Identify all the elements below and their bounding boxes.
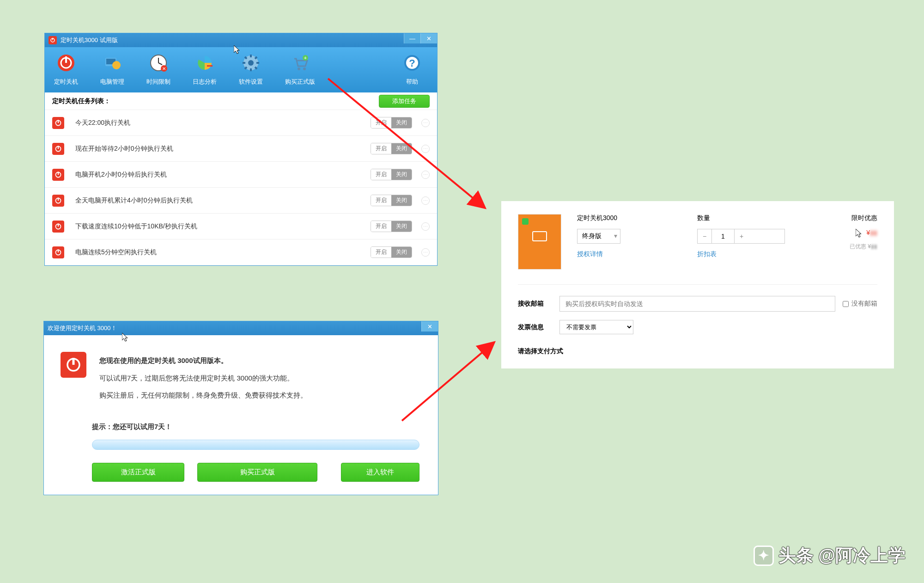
- power-icon: [52, 143, 64, 155]
- task-description: 下载速度连续10分钟低于10KB/秒执行关机: [75, 222, 371, 231]
- toggle-off-button[interactable]: 关闭: [391, 247, 412, 258]
- toolbar-shutdown[interactable]: 定时关机: [54, 52, 78, 92]
- dialog-line-3: 购买注册后，无任何功能限制，终身免费升级、免费获得技术支持。: [99, 387, 307, 404]
- toggle-off-button[interactable]: 关闭: [391, 143, 412, 154]
- clock-icon: ✕: [147, 52, 170, 74]
- limited-offer-label: 限时优惠: [850, 214, 877, 222]
- task-row: 电脑连续5分钟空闲执行关机 开启 关闭 ⋯: [45, 239, 437, 265]
- task-row: 现在开始等待2小时0分钟执行关机 开启 关闭 ⋯: [45, 136, 437, 162]
- auth-details-link[interactable]: 授权详情: [577, 250, 697, 258]
- toggle-on-button[interactable]: 开启: [371, 169, 391, 180]
- toggle-off-button[interactable]: 关闭: [391, 195, 412, 206]
- more-icon[interactable]: ⋯: [421, 119, 430, 127]
- saved-amount: 已优惠 ¥▮▮: [850, 243, 877, 251]
- add-task-button[interactable]: 添加任务: [379, 95, 430, 108]
- task-row: 电脑开机2小时0分钟后执行关机 开启 关闭 ⋯: [45, 162, 437, 188]
- watermark: ✦ 头条 @阿冷上学: [754, 544, 906, 567]
- minimize-button[interactable]: —: [404, 33, 420, 43]
- help-icon: ?: [401, 52, 423, 74]
- task-toggle[interactable]: 开启 关闭: [371, 143, 412, 154]
- power-icon: [52, 221, 64, 233]
- task-description: 电脑连续5分钟空闲执行关机: [75, 248, 371, 257]
- window-title: 定时关机3000 试用版: [61, 36, 118, 44]
- power-icon: [55, 52, 77, 74]
- checkbox-icon[interactable]: [843, 301, 849, 307]
- toolbar-label: 时间限制: [146, 78, 170, 86]
- toggle-on-button[interactable]: 开启: [371, 247, 391, 258]
- toggle-off-button[interactable]: 关闭: [391, 169, 412, 180]
- task-list: 今天22:00执行关机 开启 关闭 ⋯ 现在开始等待2小时0分钟执行关机 开启 …: [45, 110, 437, 265]
- toggle-on-button[interactable]: 开启: [371, 221, 391, 232]
- task-row: 今天22:00执行关机 开启 关闭 ⋯: [45, 110, 437, 136]
- activate-button[interactable]: 激活正式版: [92, 463, 184, 482]
- toolbar-settings[interactable]: 软件设置: [239, 52, 263, 92]
- email-input[interactable]: [559, 296, 835, 312]
- watermark-prefix: 头条: [778, 544, 814, 567]
- no-email-checkbox[interactable]: 没有邮箱: [843, 300, 877, 308]
- watermark-author: @阿冷上学: [818, 544, 906, 567]
- more-icon[interactable]: ⋯: [421, 248, 430, 257]
- toolbar-log[interactable]: 日志分析: [193, 52, 217, 92]
- close-button[interactable]: ✕: [420, 33, 437, 43]
- toolbar-label: 日志分析: [193, 78, 217, 86]
- watermark-logo-icon: ✦: [754, 546, 774, 566]
- task-description: 现在开始等待2小时0分钟执行关机: [75, 145, 371, 153]
- toggle-on-button[interactable]: 开启: [371, 117, 391, 128]
- qty-decrease-button[interactable]: −: [698, 229, 711, 243]
- svg-text:?: ?: [409, 57, 415, 69]
- toggle-on-button[interactable]: 开启: [371, 143, 391, 154]
- enter-software-button[interactable]: 进入软件: [341, 463, 419, 482]
- task-toggle[interactable]: 开启 关闭: [371, 221, 412, 232]
- svg-text:+: +: [304, 55, 307, 61]
- more-icon[interactable]: ⋯: [421, 196, 430, 205]
- toggle-off-button[interactable]: 关闭: [391, 221, 412, 232]
- product-image: [518, 214, 561, 270]
- dialog-titlebar[interactable]: 欢迎使用定时关机 3000！ ✕: [44, 321, 438, 335]
- quantity-label: 数量: [697, 214, 785, 222]
- svg-point-25: [298, 68, 300, 70]
- toolbar-label: 帮助: [406, 78, 418, 86]
- power-icon: [52, 117, 64, 129]
- svg-text:✕: ✕: [162, 66, 166, 71]
- more-icon[interactable]: ⋯: [421, 171, 430, 179]
- version-select[interactable]: 终身版: [577, 229, 620, 244]
- dialog-line-2: 可以试用7天，过期后您将无法使用定时关机 3000的强大功能。: [99, 369, 307, 387]
- toggle-off-button[interactable]: 关闭: [391, 117, 412, 128]
- invoice-label: 发票信息: [518, 323, 559, 331]
- dialog-line-1: 您现在使用的是定时关机 3000试用版本。: [99, 352, 307, 369]
- qty-value: 1: [711, 229, 735, 243]
- power-icon: [52, 169, 64, 181]
- more-icon[interactable]: ⋯: [421, 145, 430, 153]
- welcome-dialog: 欢迎使用定时关机 3000！ ✕ 您现在使用的是定时关机 3000试用版本。 可…: [43, 321, 438, 495]
- svg-line-23: [255, 57, 257, 59]
- email-label: 接收邮箱: [518, 300, 559, 308]
- toolbar-time-limit[interactable]: ✕ 时间限制: [146, 52, 170, 92]
- toolbar-buy[interactable]: + 购买正式版: [285, 52, 315, 92]
- price: ¥▮▮: [850, 229, 877, 236]
- main-app-window: 定时关机3000 试用版 — ✕ 定时关机 电脑管理 ✕ 时间限制: [44, 33, 438, 266]
- power-icon: [52, 246, 64, 258]
- task-toggle[interactable]: 开启 关闭: [371, 169, 412, 180]
- purchase-button[interactable]: 购买正式版: [197, 463, 317, 482]
- trial-tip: 提示：您还可以试用7天！: [44, 418, 438, 431]
- task-toggle[interactable]: 开启 关闭: [371, 195, 412, 206]
- toolbar-pc-manage[interactable]: 电脑管理: [100, 52, 124, 92]
- toolbar-label: 电脑管理: [100, 78, 124, 86]
- product-name: 定时关机3000: [577, 214, 697, 222]
- task-row: 全天电脑开机累计4小时0分钟后执行关机 开启 关闭 ⋯: [45, 188, 437, 214]
- task-list-header: 定时关机任务列表： 添加任务: [45, 92, 437, 110]
- close-button[interactable]: ✕: [421, 321, 438, 331]
- svg-line-22: [255, 67, 257, 69]
- discount-link[interactable]: 折扣表: [697, 250, 785, 258]
- task-toggle[interactable]: 开启 关闭: [371, 246, 412, 258]
- task-description: 今天22:00执行关机: [75, 119, 371, 127]
- invoice-select[interactable]: 不需要发票: [559, 320, 633, 334]
- qty-increase-button[interactable]: +: [735, 229, 748, 243]
- toolbar-help[interactable]: ? 帮助: [401, 52, 423, 92]
- power-icon: [61, 352, 86, 378]
- toggle-on-button[interactable]: 开启: [371, 195, 391, 206]
- more-icon[interactable]: ⋯: [421, 222, 430, 231]
- log-icon: [194, 52, 216, 74]
- svg-line-21: [245, 57, 247, 59]
- task-toggle[interactable]: 开启 关闭: [371, 117, 412, 129]
